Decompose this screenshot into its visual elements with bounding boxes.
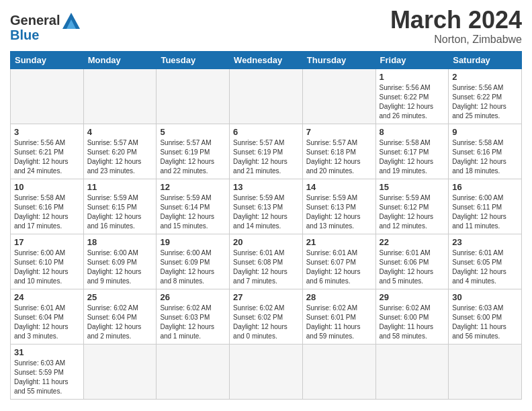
calendar-cell: 3Sunrise: 5:56 AM Sunset: 6:21 PM Daylig…	[11, 124, 84, 179]
day-info: Sunrise: 6:02 AM Sunset: 6:04 PM Dayligh…	[87, 304, 153, 341]
day-number: 25	[87, 292, 153, 302]
day-info: Sunrise: 5:56 AM Sunset: 6:22 PM Dayligh…	[380, 83, 445, 121]
day-info: Sunrise: 5:59 AM Sunset: 6:14 PM Dayligh…	[160, 193, 226, 231]
calendar-cell: 30Sunrise: 6:03 AM Sunset: 6:00 PM Dayli…	[449, 289, 522, 344]
calendar-cell	[375, 344, 449, 399]
day-info: Sunrise: 6:01 AM Sunset: 6:07 PM Dayligh…	[306, 248, 372, 286]
day-info: Sunrise: 6:02 AM Sunset: 6:03 PM Dayligh…	[160, 304, 226, 341]
day-number: 19	[160, 237, 226, 247]
col-monday: Monday	[83, 51, 157, 68]
col-tuesday: Tuesday	[157, 51, 230, 68]
calendar-header-row: Sunday Monday Tuesday Wednesday Thursday…	[11, 51, 522, 68]
calendar-cell: 21Sunrise: 6:01 AM Sunset: 6:07 PM Dayli…	[302, 234, 375, 289]
day-info: Sunrise: 5:57 AM Sunset: 6:19 PM Dayligh…	[233, 138, 299, 176]
calendar-table: Sunday Monday Tuesday Wednesday Thursday…	[10, 51, 522, 400]
calendar-cell	[83, 68, 157, 124]
day-number: 3	[14, 127, 80, 137]
day-number: 6	[233, 127, 299, 137]
day-number: 5	[160, 127, 226, 137]
calendar-cell: 18Sunrise: 6:00 AM Sunset: 6:09 PM Dayli…	[83, 234, 157, 289]
calendar-cell: 15Sunrise: 5:59 AM Sunset: 6:12 PM Dayli…	[375, 179, 449, 234]
location: Norton, Zimbabwe	[390, 34, 522, 46]
month-title: March 2024	[390, 7, 522, 34]
day-number: 11	[87, 182, 153, 192]
calendar-cell: 24Sunrise: 6:01 AM Sunset: 6:04 PM Dayli…	[11, 289, 84, 344]
day-info: Sunrise: 5:59 AM Sunset: 6:15 PM Dayligh…	[87, 193, 153, 231]
calendar-cell: 16Sunrise: 6:00 AM Sunset: 6:11 PM Dayli…	[449, 179, 522, 234]
day-number: 23	[452, 237, 518, 247]
day-info: Sunrise: 5:57 AM Sunset: 6:18 PM Dayligh…	[306, 138, 372, 176]
day-number: 14	[306, 182, 372, 192]
calendar-cell	[449, 344, 522, 399]
logo-icon	[61, 10, 81, 30]
day-number: 26	[160, 292, 226, 302]
calendar-cell	[157, 344, 230, 399]
day-info: Sunrise: 6:00 AM Sunset: 6:11 PM Dayligh…	[452, 193, 518, 231]
day-info: Sunrise: 5:57 AM Sunset: 6:20 PM Dayligh…	[87, 138, 153, 176]
day-info: Sunrise: 6:00 AM Sunset: 6:09 PM Dayligh…	[160, 248, 226, 286]
day-number: 2	[452, 72, 518, 82]
day-number: 31	[14, 347, 80, 357]
calendar-cell: 11Sunrise: 5:59 AM Sunset: 6:15 PM Dayli…	[83, 179, 157, 234]
col-friday: Friday	[375, 51, 449, 68]
day-number: 22	[380, 237, 445, 247]
calendar-cell: 10Sunrise: 5:58 AM Sunset: 6:16 PM Dayli…	[11, 179, 84, 234]
day-number: 8	[380, 127, 445, 137]
calendar-cell: 13Sunrise: 5:59 AM Sunset: 6:13 PM Dayli…	[230, 179, 303, 234]
day-number: 10	[14, 182, 80, 192]
calendar-cell	[83, 344, 157, 399]
day-number: 13	[233, 182, 299, 192]
title-block: March 2024 Norton, Zimbabwe	[390, 7, 522, 46]
col-wednesday: Wednesday	[230, 51, 303, 68]
calendar-cell: 25Sunrise: 6:02 AM Sunset: 6:04 PM Dayli…	[83, 289, 157, 344]
calendar-cell: 23Sunrise: 6:01 AM Sunset: 6:05 PM Dayli…	[449, 234, 522, 289]
day-info: Sunrise: 5:56 AM Sunset: 6:22 PM Dayligh…	[452, 83, 518, 121]
logo: General Blue	[10, 10, 81, 43]
calendar-cell: 28Sunrise: 6:02 AM Sunset: 6:01 PM Dayli…	[302, 289, 375, 344]
day-info: Sunrise: 5:58 AM Sunset: 6:17 PM Dayligh…	[380, 138, 445, 176]
col-saturday: Saturday	[449, 51, 522, 68]
header: General Blue March 2024 Norton, Zimbabwe	[10, 7, 522, 46]
col-sunday: Sunday	[11, 51, 84, 68]
calendar-cell	[302, 68, 375, 124]
page: General Blue March 2024 Norton, Zimbabwe…	[0, 0, 532, 411]
day-number: 17	[14, 237, 80, 247]
calendar-cell: 20Sunrise: 6:01 AM Sunset: 6:08 PM Dayli…	[230, 234, 303, 289]
day-info: Sunrise: 5:59 AM Sunset: 6:12 PM Dayligh…	[380, 193, 445, 231]
day-info: Sunrise: 5:57 AM Sunset: 6:19 PM Dayligh…	[160, 138, 226, 176]
calendar-cell: 2Sunrise: 5:56 AM Sunset: 6:22 PM Daylig…	[449, 68, 522, 124]
day-number: 1	[380, 72, 445, 82]
calendar-cell: 17Sunrise: 6:00 AM Sunset: 6:10 PM Dayli…	[11, 234, 84, 289]
day-info: Sunrise: 6:01 AM Sunset: 6:06 PM Dayligh…	[380, 248, 445, 286]
calendar-cell: 9Sunrise: 5:58 AM Sunset: 6:16 PM Daylig…	[449, 124, 522, 179]
calendar-cell: 5Sunrise: 5:57 AM Sunset: 6:19 PM Daylig…	[157, 124, 230, 179]
calendar-cell: 27Sunrise: 6:02 AM Sunset: 6:02 PM Dayli…	[230, 289, 303, 344]
day-number: 16	[452, 182, 518, 192]
calendar-cell	[157, 68, 230, 124]
day-number: 4	[87, 127, 153, 137]
day-info: Sunrise: 5:58 AM Sunset: 6:16 PM Dayligh…	[14, 193, 80, 231]
day-number: 27	[233, 292, 299, 302]
day-info: Sunrise: 6:02 AM Sunset: 6:01 PM Dayligh…	[306, 304, 372, 341]
calendar-cell: 8Sunrise: 5:58 AM Sunset: 6:17 PM Daylig…	[375, 124, 449, 179]
day-number: 29	[380, 292, 445, 302]
day-info: Sunrise: 6:03 AM Sunset: 6:00 PM Dayligh…	[452, 304, 518, 341]
day-number: 24	[14, 292, 80, 302]
day-info: Sunrise: 6:02 AM Sunset: 6:02 PM Dayligh…	[233, 304, 299, 341]
day-info: Sunrise: 6:01 AM Sunset: 6:08 PM Dayligh…	[233, 248, 299, 286]
day-info: Sunrise: 6:01 AM Sunset: 6:05 PM Dayligh…	[452, 248, 518, 286]
calendar-cell	[230, 344, 303, 399]
day-info: Sunrise: 6:00 AM Sunset: 6:10 PM Dayligh…	[14, 248, 80, 286]
calendar-cell: 4Sunrise: 5:57 AM Sunset: 6:20 PM Daylig…	[83, 124, 157, 179]
calendar-cell	[11, 68, 84, 124]
day-info: Sunrise: 5:58 AM Sunset: 6:16 PM Dayligh…	[452, 138, 518, 176]
day-info: Sunrise: 5:56 AM Sunset: 6:21 PM Dayligh…	[14, 138, 80, 176]
day-info: Sunrise: 6:01 AM Sunset: 6:04 PM Dayligh…	[14, 304, 80, 341]
day-number: 12	[160, 182, 226, 192]
calendar-cell: 19Sunrise: 6:00 AM Sunset: 6:09 PM Dayli…	[157, 234, 230, 289]
logo-text-general: General	[10, 13, 60, 27]
day-number: 20	[233, 237, 299, 247]
day-number: 18	[87, 237, 153, 247]
day-number: 9	[452, 127, 518, 137]
day-info: Sunrise: 6:00 AM Sunset: 6:09 PM Dayligh…	[87, 248, 153, 286]
